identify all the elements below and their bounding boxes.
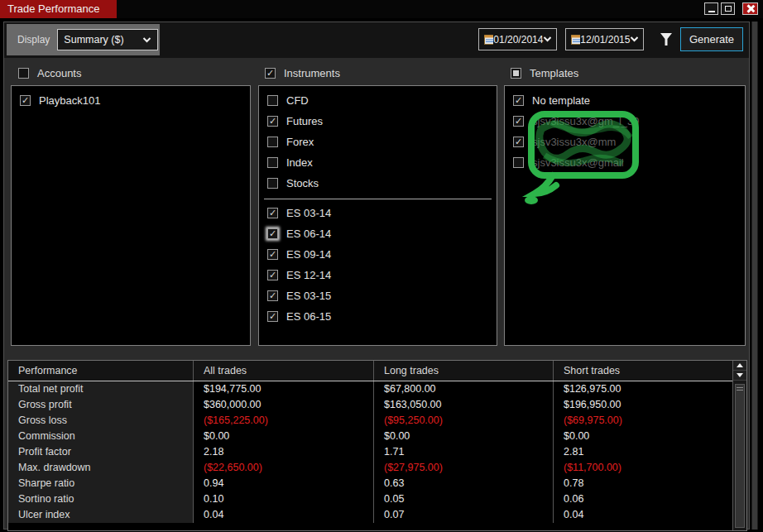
contract-checkbox[interactable]: [267, 311, 278, 322]
contract-checkbox[interactable]: [267, 249, 278, 260]
contract-label: ES 03-14: [286, 207, 331, 219]
cell-value: 0.94: [193, 476, 373, 491]
account-label: Playback101: [39, 94, 100, 107]
filter-button[interactable]: [660, 32, 673, 50]
table-row: Gross loss ($165,225.00) ($95,250.00) ($…: [8, 413, 746, 429]
cell-value: 0.10: [193, 491, 373, 507]
instrument-type-checkbox[interactable]: [267, 95, 278, 106]
table-row: Sortino ratio 0.10 0.05 0.06: [8, 491, 746, 507]
instrument-type-item[interactable]: Stocks: [259, 173, 497, 194]
date-to-picker[interactable]: 12/01/2015: [565, 28, 644, 50]
row-label: Sortino ratio: [8, 491, 193, 507]
instruments-separator: [264, 199, 492, 199]
contract-label: ES 12-14: [286, 269, 331, 281]
instrument-type-checkbox[interactable]: [267, 157, 278, 168]
close-icon: [746, 5, 754, 12]
scroll-down-button[interactable]: [733, 371, 746, 381]
contract-item[interactable]: ES 06-14: [259, 223, 497, 244]
template-item[interactable]: No template: [505, 90, 745, 111]
account-item[interactable]: Playback101: [12, 90, 250, 111]
maximize-icon: [725, 6, 732, 12]
scrollbar-thumb[interactable]: [735, 384, 745, 528]
calendar-icon: [484, 34, 493, 45]
cell-value: $0.00: [193, 429, 373, 444]
chevron-down-icon: [142, 37, 151, 43]
templates-panel: No template sjsv3issu3x@gm_l_39 sjsv3iss…: [504, 85, 746, 346]
row-label: Sharpe ratio: [8, 476, 193, 491]
instrument-type-checkbox[interactable]: [267, 178, 278, 189]
arrow-down-icon: [737, 373, 743, 377]
template-label: sjsv3issu3x@mm: [532, 136, 616, 148]
cell-value: ($11,700.00): [553, 460, 732, 476]
instruments-panel: CFD Futures Forex Index Stocks ES 03-14 …: [258, 85, 497, 346]
close-button[interactable]: [742, 2, 758, 15]
minimize-button[interactable]: [704, 2, 718, 15]
contract-label: ES 03-15: [286, 290, 331, 302]
instruments-section-header: Instruments: [265, 66, 340, 79]
contract-item[interactable]: ES 06-15: [259, 306, 497, 327]
filter-funnel-icon: [660, 32, 673, 46]
column-header-short-trades[interactable]: Short trades: [553, 361, 732, 381]
contract-checkbox[interactable]: [267, 228, 278, 239]
template-checkbox[interactable]: [513, 116, 524, 127]
chevron-down-icon: [543, 36, 551, 42]
instrument-type-item[interactable]: Futures: [259, 111, 497, 132]
account-checkbox[interactable]: [20, 95, 31, 106]
contract-checkbox[interactable]: [267, 270, 278, 280]
template-item[interactable]: sjsv3issu3x@gm_l_39: [505, 111, 745, 132]
accounts-section-header: Accounts: [18, 66, 81, 79]
cell-value: 0.04: [553, 507, 732, 523]
template-checkbox[interactable]: [513, 137, 524, 147]
table-row: Profit factor 2.18 1.71 2.81: [8, 444, 746, 460]
table-row: Ulcer index 0.04 0.07 0.04: [8, 507, 746, 523]
column-header-performance[interactable]: Performance: [8, 361, 193, 381]
generate-button[interactable]: Generate: [680, 27, 743, 51]
cell-value: 0.63: [373, 476, 553, 491]
template-checkbox[interactable]: [513, 157, 524, 168]
instrument-type-checkbox[interactable]: [267, 116, 278, 127]
table-scrollbar[interactable]: [732, 361, 746, 530]
instrument-type-label: Forex: [286, 136, 314, 148]
cell-value: ($22,650.00): [193, 460, 373, 476]
scrollbar-grip-icon: [737, 387, 743, 391]
scroll-up-button[interactable]: [733, 361, 746, 371]
instrument-type-item[interactable]: CFD: [259, 90, 497, 111]
instrument-type-checkbox[interactable]: [267, 137, 278, 147]
date-to-value: 12/01/2015: [580, 34, 630, 46]
table-row: Commission $0.00 $0.00 $0.00: [8, 429, 746, 444]
templates-header-checkbox[interactable]: [511, 68, 521, 79]
accounts-header-checkbox[interactable]: [18, 68, 29, 79]
row-label: Total net profit: [8, 381, 193, 397]
window-right-frame: [751, 22, 758, 530]
cell-value: ($27,975.00): [373, 460, 553, 476]
maximize-button[interactable]: [721, 2, 735, 15]
arrow-up-icon: [737, 363, 743, 367]
column-header-long-trades[interactable]: Long trades: [373, 361, 553, 381]
instrument-type-item[interactable]: Forex: [259, 132, 497, 152]
contract-item[interactable]: ES 12-14: [259, 265, 497, 285]
cell-value: $126,975.00: [553, 381, 732, 397]
column-header-all-trades[interactable]: All trades: [193, 361, 373, 381]
table-row: Total net profit $194,775.00 $67,800.00 …: [8, 381, 746, 397]
template-item[interactable]: sjsv3issu3x@mm: [505, 132, 745, 152]
display-label: Display: [17, 34, 50, 46]
date-from-picker[interactable]: 01/20/2014: [478, 28, 557, 50]
display-section: Display Summary ($): [7, 24, 160, 55]
templates-header-label: Templates: [530, 67, 578, 79]
row-label: Profit factor: [8, 444, 193, 460]
display-dropdown[interactable]: Summary ($): [57, 29, 158, 50]
instruments-header-checkbox[interactable]: [265, 68, 276, 79]
contract-checkbox[interactable]: [267, 290, 278, 301]
cell-value: 1.71: [373, 444, 553, 460]
template-item[interactable]: sjsv3issu3x@gmail: [505, 152, 745, 173]
contract-item[interactable]: ES 03-14: [259, 203, 497, 223]
instruments-header-label: Instruments: [284, 67, 340, 79]
instrument-type-item[interactable]: Index: [259, 152, 497, 173]
contract-item[interactable]: ES 03-15: [259, 285, 497, 306]
cell-value: $0.00: [553, 429, 732, 444]
template-checkbox[interactable]: [513, 95, 524, 106]
contract-item[interactable]: ES 09-14: [259, 244, 497, 265]
contract-checkbox[interactable]: [267, 208, 278, 218]
instrument-type-label: Index: [286, 156, 313, 169]
cell-value: 0.05: [373, 491, 553, 507]
